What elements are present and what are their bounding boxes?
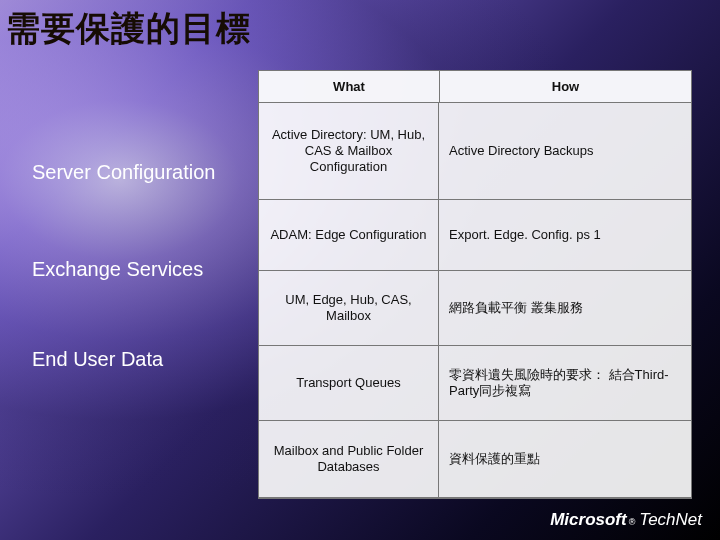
table-cell-how-text: Active Directory Backups bbox=[449, 143, 594, 159]
sidebar-item-label: Exchange Services bbox=[32, 258, 203, 281]
table-cell-how-text: 網路負載平衡 叢集服務 bbox=[449, 300, 583, 316]
brand-microsoft: Microsoft bbox=[550, 510, 627, 530]
slide-title: 需要保護的目標 bbox=[6, 6, 251, 52]
table-cell-what-text: Mailbox and Public Folder Databases bbox=[269, 443, 428, 476]
table-cell-how: 網路負載平衡 叢集服務 bbox=[439, 271, 691, 346]
table-cell-how: Export. Edge. Config. ps 1 bbox=[439, 200, 691, 271]
table-header-what: What bbox=[259, 71, 439, 103]
table-cell-how-text: 零資料遺失風險時的要求： 結合Third-Party同步複寫 bbox=[449, 367, 681, 400]
table-cell-what: Transport Queues bbox=[259, 346, 439, 421]
sidebar-item-exchange-services: Exchange Services bbox=[28, 240, 258, 299]
table-cell-what-text: ADAM: Edge Configuration bbox=[270, 227, 426, 243]
table-cell-how: 資料保護的重點 bbox=[439, 421, 691, 498]
table-header-how: How bbox=[439, 71, 691, 103]
table-cell-how-text: 資料保護的重點 bbox=[449, 451, 540, 467]
sidebar-item-server-configuration: Server Configuration bbox=[28, 104, 258, 240]
table-cell-what: UM, Edge, Hub, CAS, Mailbox bbox=[259, 271, 439, 346]
reg-mark: ® bbox=[629, 517, 636, 527]
table-cell-how: 零資料遺失風險時的要求： 結合Third-Party同步複寫 bbox=[439, 346, 691, 421]
table-cell-what: Active Directory: UM, Hub, CAS & Mailbox… bbox=[259, 103, 439, 200]
brand-technet: TechNet bbox=[639, 510, 702, 530]
table-cell-what: Mailbox and Public Folder Databases bbox=[259, 421, 439, 498]
table-cell-how: Active Directory Backups bbox=[439, 103, 691, 200]
table-cell-what-text: UM, Edge, Hub, CAS, Mailbox bbox=[269, 292, 428, 325]
sidebar-item-end-user-data: End User Data bbox=[28, 299, 258, 419]
table-cell-what-text: Transport Queues bbox=[296, 375, 400, 391]
table-cell-what: ADAM: Edge Configuration bbox=[259, 200, 439, 271]
footer-brand: Microsoft® TechNet bbox=[550, 510, 702, 530]
sidebar-item-label: End User Data bbox=[32, 348, 163, 371]
sidebar-item-label: Server Configuration bbox=[32, 161, 215, 184]
sidebar-header-spacer bbox=[28, 70, 258, 104]
table-cell-how-text: Export. Edge. Config. ps 1 bbox=[449, 227, 601, 243]
content-area: Server Configuration Exchange Services E… bbox=[28, 70, 692, 499]
sidebar: Server Configuration Exchange Services E… bbox=[28, 70, 258, 499]
table-cell-what-text: Active Directory: UM, Hub, CAS & Mailbox… bbox=[269, 127, 428, 176]
slide: 需要保護的目標 Server Configuration Exchange Se… bbox=[0, 0, 720, 540]
table: What How Active Directory: UM, Hub, CAS … bbox=[258, 70, 692, 499]
